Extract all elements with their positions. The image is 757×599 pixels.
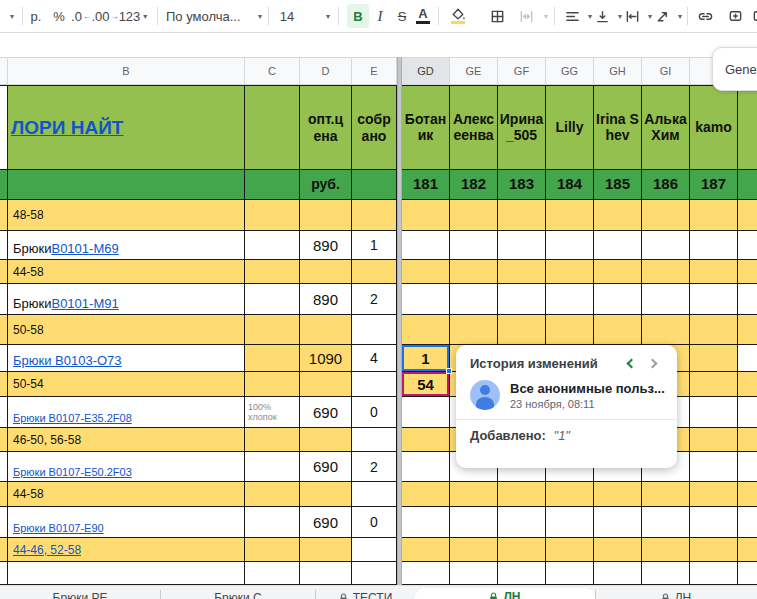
buyer-header-cell[interactable]: kamo (690, 86, 738, 169)
material-cell[interactable] (245, 428, 300, 451)
italic-button[interactable]: I (372, 0, 388, 32)
item-cell[interactable]: Брюки B0101-M91 (8, 284, 245, 314)
merge-cells-caret-icon[interactable]: ▾ (541, 0, 551, 32)
buyer-cell[interactable] (738, 345, 757, 371)
item-cell[interactable] (8, 562, 245, 584)
buyer-cell[interactable] (594, 231, 642, 259)
price-cell[interactable] (300, 260, 352, 283)
buyer-cell[interactable] (546, 482, 594, 506)
material-cell[interactable] (245, 200, 300, 230)
buyer-cell[interactable] (690, 260, 738, 283)
buyer-cell[interactable] (402, 428, 450, 451)
collected-cell[interactable] (352, 562, 397, 584)
horizontal-align-button[interactable] (563, 0, 581, 32)
sheet-tab-active[interactable]: ЛН (415, 588, 595, 599)
price-cell[interactable] (300, 200, 352, 230)
percent-format-button[interactable]: % (51, 0, 67, 32)
text-rotation-button[interactable] (653, 0, 671, 32)
collected-cell[interactable]: 2 (352, 284, 397, 314)
unit-row-cell[interactable] (352, 170, 397, 199)
buyer-cell[interactable] (738, 452, 757, 481)
buyer-header-cell[interactable] (738, 86, 757, 169)
active-buyer-cell[interactable]: 54 (402, 372, 450, 396)
unit-cell[interactable]: руб. (300, 170, 352, 199)
price-cell[interactable] (300, 428, 352, 451)
price-cell[interactable]: 1090 (300, 345, 352, 371)
buyer-cell[interactable] (450, 315, 498, 344)
buyer-cell[interactable] (402, 452, 450, 481)
column-header-E[interactable]: E (352, 58, 397, 84)
shop-title-cell[interactable]: ЛОРИ НАЙТ (8, 86, 245, 169)
buyer-cell[interactable] (642, 284, 690, 314)
buyer-cell[interactable] (738, 562, 757, 584)
material-cell[interactable] (245, 452, 300, 481)
buyer-cell[interactable] (546, 260, 594, 283)
number-format-menu[interactable]: 123▾ (116, 0, 150, 32)
material-cell[interactable] (245, 372, 300, 396)
item-cell[interactable]: Брюки B0103-O73 (8, 345, 245, 371)
buyer-header-cell[interactable]: АлькаХим (642, 86, 690, 169)
column-header-B[interactable]: B (8, 58, 245, 84)
fill-handle[interactable] (446, 368, 452, 374)
buyer-cell[interactable] (402, 200, 450, 230)
buyer-number-cell[interactable]: 185 (594, 170, 642, 199)
increase-decimal-button[interactable]: .00→ (92, 0, 118, 32)
buyer-cell[interactable] (402, 562, 450, 584)
buyer-cell[interactable] (402, 397, 450, 427)
text-wrap-button[interactable] (623, 0, 641, 32)
text-color-button[interactable]: A (415, 0, 431, 32)
buyer-cell[interactable] (642, 231, 690, 259)
sheet-tab[interactable]: Брюки С (161, 589, 315, 599)
buyer-cell[interactable] (402, 231, 450, 259)
column-header-GI[interactable]: GI (642, 58, 690, 84)
buyer-number-cell[interactable] (738, 170, 757, 199)
price-cell[interactable]: 690 (300, 452, 352, 481)
unit-row-cell[interactable] (245, 170, 300, 199)
collected-cell[interactable] (352, 260, 397, 283)
buyer-cell[interactable] (738, 260, 757, 283)
font-size-caret-icon[interactable]: ▾ (323, 0, 333, 32)
decrease-decimal-button[interactable]: .0← (70, 0, 92, 32)
buyer-cell[interactable] (738, 200, 757, 230)
price-cell[interactable] (300, 482, 352, 506)
buyer-cell[interactable] (738, 428, 757, 451)
material-cell[interactable] (245, 562, 300, 584)
size-range-link[interactable]: 44-46, 52-58 (13, 543, 81, 557)
material-cell[interactable] (245, 345, 300, 371)
price-cell[interactable] (300, 315, 352, 344)
collected-cell[interactable] (352, 482, 397, 506)
buyer-cell[interactable] (690, 507, 738, 537)
buyer-number-cell[interactable]: 181 (402, 170, 450, 199)
buyer-cell[interactable] (402, 315, 450, 344)
buyer-cell[interactable] (450, 260, 498, 283)
column-header-D[interactable]: D (300, 58, 352, 84)
buyer-cell[interactable] (690, 200, 738, 230)
strikethrough-button[interactable]: S (394, 0, 410, 32)
buyer-cell[interactable] (690, 315, 738, 344)
insert-chart-button[interactable] (750, 0, 757, 32)
buyer-cell[interactable] (546, 284, 594, 314)
column-header-GG[interactable]: GG (546, 58, 594, 84)
fill-color-button[interactable] (448, 0, 468, 32)
buyer-cell[interactable] (738, 231, 757, 259)
buyer-cell[interactable] (642, 200, 690, 230)
buyer-cell[interactable] (642, 482, 690, 506)
buyer-cell[interactable] (594, 507, 642, 537)
buyer-cell[interactable] (450, 284, 498, 314)
product-link[interactable]: Брюки B0107-E90 (13, 522, 104, 534)
buyer-cell[interactable] (402, 482, 450, 506)
buyer-cell[interactable] (738, 284, 757, 314)
collected-cell[interactable] (352, 428, 397, 451)
buyer-cell[interactable] (594, 200, 642, 230)
column-header-C[interactable]: C (245, 58, 300, 84)
buyer-cell[interactable] (690, 428, 738, 451)
item-cell[interactable]: Брюки B0107-E50.2F03 (8, 452, 245, 481)
material-cell[interactable] (245, 284, 300, 314)
buyer-number-cell[interactable]: 187 (690, 170, 738, 199)
product-link[interactable]: B0101-M91 (51, 296, 118, 311)
buyer-cell[interactable] (642, 260, 690, 283)
buyer-cell[interactable] (546, 507, 594, 537)
collected-cell[interactable]: 0 (352, 397, 397, 427)
buyer-cell[interactable] (498, 200, 546, 230)
item-cell[interactable]: 44-46, 52-58 (8, 538, 245, 561)
